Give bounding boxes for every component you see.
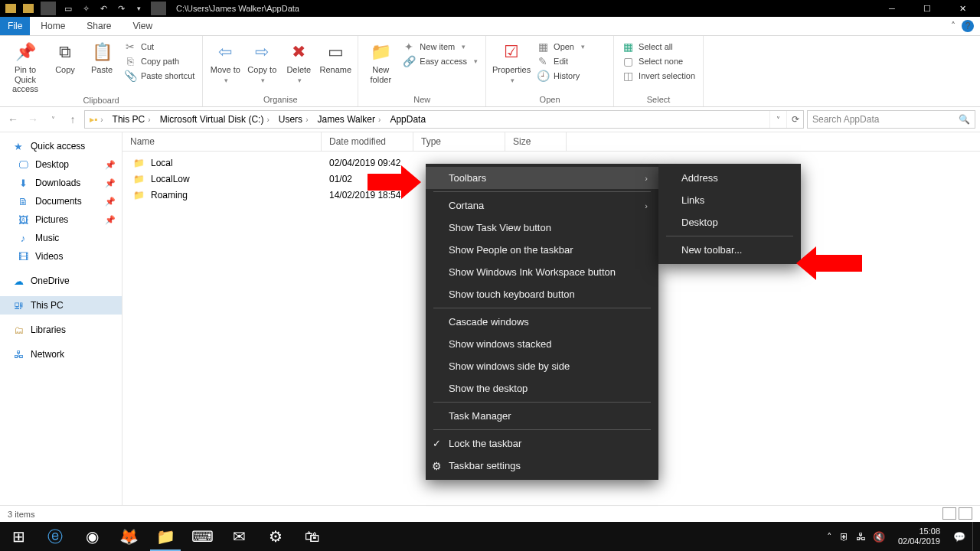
breadcrumb-seg[interactable]: AppData [390, 114, 426, 125]
edit-button[interactable]: ✎Edit [534, 54, 609, 68]
history-button[interactable]: 🕘History [534, 69, 609, 83]
submenu-new-toolbar[interactable]: New toolbar... [658, 239, 801, 261]
up-button[interactable]: ↑ [64, 111, 81, 128]
tab-share[interactable]: Share [76, 17, 122, 35]
properties-button[interactable]: ☑Properties▾ [491, 37, 532, 84]
sidebar-libraries[interactable]: 🗂Libraries [0, 321, 122, 339]
new-folder-qat-icon[interactable]: ✧ [78, 2, 93, 15]
sidebar-network[interactable]: 🖧Network [0, 345, 122, 364]
taskbar[interactable]: ⊞ ⓔ ◉ 🦊 📁 ⌨ ✉ ⚙ 🛍 ˄ ⛨ 🖧 🔇 15:08 02/04/20… [0, 522, 980, 551]
breadcrumb-seg[interactable]: Microsoft Virtual Disk (C:) [160, 114, 264, 125]
select-none-button[interactable]: ▢Select none [619, 54, 698, 68]
search-box[interactable]: Search AppData 🔍 [807, 110, 975, 129]
tray-volume-icon[interactable]: 🔇 [873, 531, 885, 543]
refresh-icon[interactable]: ⟳ [786, 111, 803, 128]
paste-button[interactable]: 📋 Paste [84, 37, 119, 94]
show-desktop-button[interactable] [972, 522, 977, 551]
taskbar-settings[interactable]: ⚙ [257, 522, 294, 551]
menu-task-manager[interactable]: Task Manager [426, 405, 658, 427]
menu-show-task-view[interactable]: Show Task View button [426, 217, 658, 239]
rename-button[interactable]: ▭Rename [318, 37, 353, 84]
submenu-links[interactable]: Links [658, 189, 801, 211]
back-button[interactable]: ← [5, 111, 21, 128]
breadcrumb-seg[interactable]: James Walker [317, 114, 375, 125]
properties-qat-icon[interactable]: ▭ [60, 2, 76, 15]
copy-to-button[interactable]: ⇨Copy to▾ [244, 37, 279, 84]
cut-button[interactable]: ✂Cut [121, 40, 198, 54]
taskbar-store[interactable]: 🛍 [294, 522, 331, 551]
maximize-button[interactable]: ☐ [910, 0, 945, 17]
undo-qat-icon[interactable]: ↶ [96, 2, 111, 15]
invert-selection-button[interactable]: ◫Invert selection [619, 69, 698, 83]
taskbar-clock[interactable]: 15:08 02/04/2019 [892, 527, 946, 546]
address-bar[interactable]: ▸▪› This PC› Microsoft Virtual Disk (C:)… [84, 110, 804, 129]
easy-access-button[interactable]: 🔗Easy access▾ [400, 54, 481, 68]
breadcrumb-seg[interactable]: This PC [113, 114, 145, 125]
tray-security-icon[interactable]: ⛨ [839, 531, 849, 543]
new-item-button[interactable]: ✦New item▾ [400, 40, 481, 54]
menu-show-people[interactable]: Show People on the taskbar [426, 239, 658, 261]
col-name[interactable]: Name [122, 132, 322, 151]
taskbar-firefox[interactable]: 🦊 [110, 522, 147, 551]
col-type[interactable]: Type [413, 132, 505, 151]
sidebar-music[interactable]: ♪Music [0, 229, 122, 247]
col-date[interactable]: Date modified [322, 132, 413, 151]
sidebar-desktop[interactable]: 🖵Desktop📌 [0, 155, 122, 174]
icons-view-icon[interactable] [959, 507, 972, 520]
tab-file[interactable]: File [0, 17, 30, 35]
paste-shortcut-button[interactable]: 📎Paste shortcut [121, 69, 198, 83]
select-all-button[interactable]: ▦Select all [619, 40, 698, 54]
menu-show-ink[interactable]: Show Windows Ink Workspace button [426, 261, 658, 283]
breadcrumb-seg[interactable]: Users [279, 114, 302, 125]
details-view-icon[interactable] [942, 507, 956, 520]
redo-qat-icon[interactable]: ↷ [113, 2, 129, 15]
help-icon[interactable]: ? [962, 20, 974, 32]
tray-chevron-icon[interactable]: ˄ [827, 531, 832, 543]
submenu-address[interactable]: Address [658, 167, 801, 189]
delete-button[interactable]: ✖Delete▾ [281, 37, 316, 84]
sidebar-quick-access[interactable]: ★Quick access [0, 137, 122, 155]
system-tray[interactable]: ˄ ⛨ 🖧 🔇 15:08 02/04/2019 💬 [827, 522, 980, 551]
pin-to-quick-access-button[interactable]: 📌 Pin to Quick access [5, 37, 46, 94]
close-button[interactable]: ✕ [945, 0, 980, 17]
open-button[interactable]: ▦Open▾ [534, 40, 609, 54]
menu-side-by-side[interactable]: Show windows side by side [426, 355, 658, 377]
copy-path-button[interactable]: ⎘Copy path [121, 54, 198, 68]
move-to-button[interactable]: ⇦Move to▾ [207, 37, 243, 84]
tab-view[interactable]: View [122, 17, 163, 35]
menu-toolbars[interactable]: Toolbars› [426, 167, 658, 189]
copy-button[interactable]: ⧉ Copy [47, 37, 83, 94]
taskbar-explorer[interactable]: 📁 [147, 522, 184, 551]
qat-dropdown-icon[interactable]: ▾ [131, 2, 146, 15]
tab-home[interactable]: Home [30, 17, 76, 35]
minimize-button[interactable]: ─ [874, 0, 910, 17]
menu-cascade[interactable]: Cascade windows [426, 311, 658, 333]
recent-dropdown[interactable]: ˅ [44, 111, 61, 128]
menu-lock-taskbar[interactable]: ✓Lock the taskbar [426, 432, 658, 455]
sidebar-documents[interactable]: 🗎Documents📌 [0, 192, 122, 210]
taskbar-mail[interactable]: ✉ [220, 522, 257, 551]
address-dropdown-icon[interactable]: ˅ [769, 111, 786, 128]
new-folder-button[interactable]: 📁New folder [363, 37, 398, 84]
submenu-desktop[interactable]: Desktop [658, 211, 801, 233]
sidebar-videos[interactable]: 🎞Videos [0, 247, 122, 266]
menu-show-touch-kb[interactable]: Show touch keyboard button [426, 283, 658, 305]
forward-button[interactable]: → [24, 111, 41, 128]
collapse-ribbon-icon[interactable]: ˄ [951, 21, 956, 31]
taskbar-chrome[interactable]: ◉ [74, 522, 110, 551]
taskbar-edge[interactable]: ⓔ [37, 522, 74, 551]
sidebar-pictures[interactable]: 🖼Pictures📌 [0, 210, 122, 229]
view-switcher[interactable] [940, 507, 972, 521]
sidebar-onedrive[interactable]: ☁OneDrive [0, 272, 122, 290]
action-center-icon[interactable]: 💬 [953, 531, 965, 543]
column-headers[interactable]: Name Date modified Type Size [122, 132, 980, 152]
tray-network-icon[interactable]: 🖧 [856, 531, 866, 543]
menu-taskbar-settings[interactable]: ⚙Taskbar settings [426, 455, 658, 477]
menu-stacked[interactable]: Show windows stacked [426, 333, 658, 355]
sidebar-this-pc[interactable]: 🖳This PC [0, 296, 122, 315]
sidebar-downloads[interactable]: ⬇Downloads📌 [0, 174, 122, 192]
menu-show-desktop[interactable]: Show the desktop [426, 377, 658, 399]
menu-cortana[interactable]: Cortana› [426, 194, 658, 217]
taskbar-terminal[interactable]: ⌨ [184, 522, 220, 551]
start-button[interactable]: ⊞ [0, 522, 37, 551]
